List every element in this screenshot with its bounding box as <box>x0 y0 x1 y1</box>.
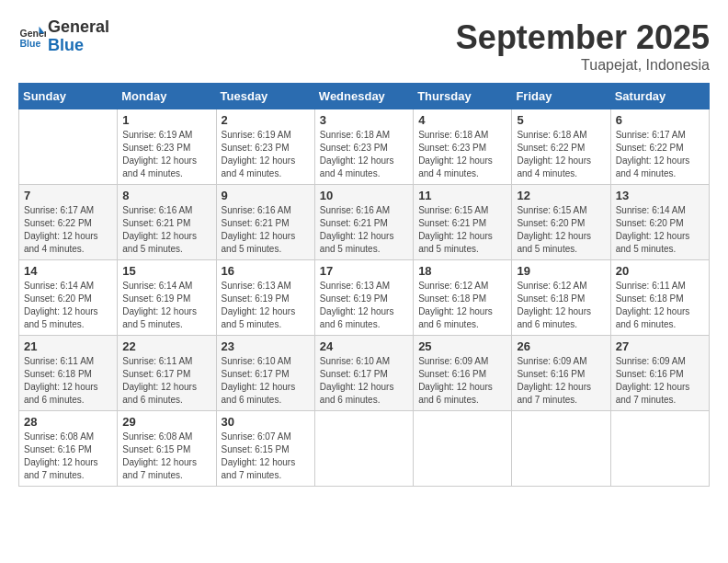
calendar-cell <box>512 411 610 487</box>
day-info: Sunrise: 6:19 AMSunset: 6:23 PMDaylight:… <box>122 129 210 180</box>
day-number: 14 <box>24 264 112 278</box>
day-number: 18 <box>418 264 506 278</box>
calendar-cell: 9Sunrise: 6:16 AMSunset: 6:21 PMDaylight… <box>216 185 314 260</box>
logo: General Blue General Blue <box>18 18 109 55</box>
calendar-cell: 4Sunrise: 6:18 AMSunset: 6:23 PMDaylight… <box>414 109 512 185</box>
day-info: Sunrise: 6:14 AMSunset: 6:20 PMDaylight:… <box>24 280 112 331</box>
calendar-week-3: 21Sunrise: 6:11 AMSunset: 6:18 PMDayligh… <box>19 336 710 411</box>
day-number: 7 <box>24 189 112 202</box>
day-number: 11 <box>418 189 506 202</box>
day-number: 19 <box>517 264 605 278</box>
calendar-cell: 29Sunrise: 6:08 AMSunset: 6:15 PMDayligh… <box>118 411 216 487</box>
day-number: 22 <box>122 339 210 353</box>
day-info: Sunrise: 6:18 AMSunset: 6:23 PMDaylight:… <box>320 129 408 180</box>
header-friday: Friday <box>512 84 610 109</box>
calendar-cell: 26Sunrise: 6:09 AMSunset: 6:16 PMDayligh… <box>512 336 610 411</box>
day-info: Sunrise: 6:10 AMSunset: 6:17 PMDaylight:… <box>320 355 408 407</box>
day-info: Sunrise: 6:09 AMSunset: 6:16 PMDaylight:… <box>517 355 605 407</box>
day-number: 5 <box>517 113 605 127</box>
calendar-cell: 7Sunrise: 6:17 AMSunset: 6:22 PMDaylight… <box>19 185 118 260</box>
month-title: September 2025 <box>456 18 710 57</box>
day-number: 16 <box>222 264 310 278</box>
calendar-cell: 11Sunrise: 6:15 AMSunset: 6:21 PMDayligh… <box>414 185 512 260</box>
day-number: 6 <box>616 113 704 127</box>
calendar-cell <box>414 411 512 487</box>
day-info: Sunrise: 6:16 AMSunset: 6:21 PMDaylight:… <box>222 204 310 256</box>
day-info: Sunrise: 6:08 AMSunset: 6:15 PMDaylight:… <box>122 431 210 482</box>
calendar-cell <box>610 411 709 487</box>
calendar-cell: 17Sunrise: 6:13 AMSunset: 6:19 PMDayligh… <box>314 260 413 336</box>
calendar-week-0: 1Sunrise: 6:19 AMSunset: 6:23 PMDaylight… <box>19 109 710 185</box>
day-number: 1 <box>122 113 210 127</box>
day-number: 27 <box>616 339 704 353</box>
day-info: Sunrise: 6:09 AMSunset: 6:16 PMDaylight:… <box>418 355 506 407</box>
day-info: Sunrise: 6:11 AMSunset: 6:18 PMDaylight:… <box>24 355 112 407</box>
day-info: Sunrise: 6:19 AMSunset: 6:23 PMDaylight:… <box>222 129 310 180</box>
header-wednesday: Wednesday <box>314 84 413 109</box>
header-tuesday: Tuesday <box>216 84 314 109</box>
day-info: Sunrise: 6:14 AMSunset: 6:20 PMDaylight:… <box>616 204 704 256</box>
calendar-cell: 30Sunrise: 6:07 AMSunset: 6:15 PMDayligh… <box>216 411 314 487</box>
location: Tuapejat, Indonesia <box>456 57 710 74</box>
calendar-cell <box>314 411 413 487</box>
calendar-header-row: SundayMondayTuesdayWednesdayThursdayFrid… <box>19 84 710 109</box>
day-number: 26 <box>517 339 605 353</box>
calendar-cell: 22Sunrise: 6:11 AMSunset: 6:17 PMDayligh… <box>118 336 216 411</box>
calendar-cell: 5Sunrise: 6:18 AMSunset: 6:22 PMDaylight… <box>512 109 610 185</box>
day-number: 4 <box>418 113 506 127</box>
day-number: 24 <box>320 339 408 353</box>
calendar-table: SundayMondayTuesdayWednesdayThursdayFrid… <box>18 83 710 487</box>
day-info: Sunrise: 6:15 AMSunset: 6:21 PMDaylight:… <box>418 204 506 256</box>
day-number: 29 <box>122 415 210 429</box>
calendar-cell: 8Sunrise: 6:16 AMSunset: 6:21 PMDaylight… <box>118 185 216 260</box>
day-number: 12 <box>517 189 605 202</box>
calendar-cell: 25Sunrise: 6:09 AMSunset: 6:16 PMDayligh… <box>414 336 512 411</box>
day-info: Sunrise: 6:14 AMSunset: 6:19 PMDaylight:… <box>122 280 210 331</box>
day-number: 28 <box>24 415 112 429</box>
header-sunday: Sunday <box>19 84 118 109</box>
title-block: September 2025 Tuapejat, Indonesia <box>456 18 710 74</box>
calendar-cell <box>19 109 118 185</box>
calendar-cell: 16Sunrise: 6:13 AMSunset: 6:19 PMDayligh… <box>216 260 314 336</box>
day-info: Sunrise: 6:18 AMSunset: 6:23 PMDaylight:… <box>418 129 506 180</box>
day-info: Sunrise: 6:07 AMSunset: 6:15 PMDaylight:… <box>222 431 310 482</box>
calendar-cell: 10Sunrise: 6:16 AMSunset: 6:21 PMDayligh… <box>314 185 413 260</box>
day-number: 2 <box>222 113 310 127</box>
calendar-cell: 28Sunrise: 6:08 AMSunset: 6:16 PMDayligh… <box>19 411 118 487</box>
day-number: 3 <box>320 113 408 127</box>
day-info: Sunrise: 6:11 AMSunset: 6:18 PMDaylight:… <box>616 280 704 331</box>
calendar-cell: 13Sunrise: 6:14 AMSunset: 6:20 PMDayligh… <box>610 185 709 260</box>
calendar-cell: 6Sunrise: 6:17 AMSunset: 6:22 PMDaylight… <box>610 109 709 185</box>
calendar-week-4: 28Sunrise: 6:08 AMSunset: 6:16 PMDayligh… <box>19 411 710 487</box>
calendar-week-1: 7Sunrise: 6:17 AMSunset: 6:22 PMDaylight… <box>19 185 710 260</box>
day-number: 25 <box>418 339 506 353</box>
logo-general: General <box>48 18 109 37</box>
logo-blue: Blue <box>48 37 109 55</box>
calendar-cell: 23Sunrise: 6:10 AMSunset: 6:17 PMDayligh… <box>216 336 314 411</box>
calendar-cell: 12Sunrise: 6:15 AMSunset: 6:20 PMDayligh… <box>512 185 610 260</box>
day-number: 15 <box>122 264 210 278</box>
day-info: Sunrise: 6:08 AMSunset: 6:16 PMDaylight:… <box>24 431 112 482</box>
calendar-cell: 3Sunrise: 6:18 AMSunset: 6:23 PMDaylight… <box>314 109 413 185</box>
day-info: Sunrise: 6:15 AMSunset: 6:20 PMDaylight:… <box>517 204 605 256</box>
calendar-week-2: 14Sunrise: 6:14 AMSunset: 6:20 PMDayligh… <box>19 260 710 336</box>
calendar-cell: 19Sunrise: 6:12 AMSunset: 6:18 PMDayligh… <box>512 260 610 336</box>
day-info: Sunrise: 6:10 AMSunset: 6:17 PMDaylight:… <box>222 355 310 407</box>
day-info: Sunrise: 6:13 AMSunset: 6:19 PMDaylight:… <box>320 280 408 331</box>
day-info: Sunrise: 6:18 AMSunset: 6:22 PMDaylight:… <box>517 129 605 180</box>
day-info: Sunrise: 6:16 AMSunset: 6:21 PMDaylight:… <box>320 204 408 256</box>
calendar-cell: 20Sunrise: 6:11 AMSunset: 6:18 PMDayligh… <box>610 260 709 336</box>
day-info: Sunrise: 6:12 AMSunset: 6:18 PMDaylight:… <box>418 280 506 331</box>
calendar-cell: 2Sunrise: 6:19 AMSunset: 6:23 PMDaylight… <box>216 109 314 185</box>
calendar-cell: 18Sunrise: 6:12 AMSunset: 6:18 PMDayligh… <box>414 260 512 336</box>
day-number: 20 <box>616 264 704 278</box>
day-number: 17 <box>320 264 408 278</box>
calendar-cell: 1Sunrise: 6:19 AMSunset: 6:23 PMDaylight… <box>118 109 216 185</box>
day-info: Sunrise: 6:11 AMSunset: 6:17 PMDaylight:… <box>122 355 210 407</box>
calendar-cell: 27Sunrise: 6:09 AMSunset: 6:16 PMDayligh… <box>610 336 709 411</box>
day-number: 21 <box>24 339 112 353</box>
day-info: Sunrise: 6:12 AMSunset: 6:18 PMDaylight:… <box>517 280 605 331</box>
day-info: Sunrise: 6:17 AMSunset: 6:22 PMDaylight:… <box>616 129 704 180</box>
day-info: Sunrise: 6:16 AMSunset: 6:21 PMDaylight:… <box>122 204 210 256</box>
header-saturday: Saturday <box>610 84 709 109</box>
